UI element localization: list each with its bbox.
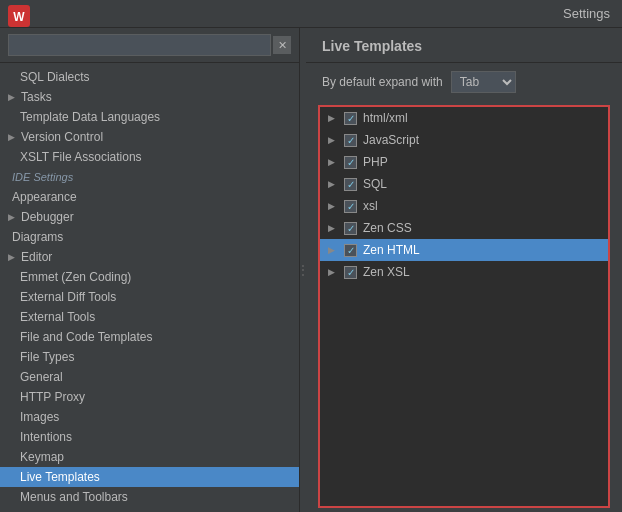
expand-arrow-icon: ▶	[328, 245, 338, 255]
template-checkbox-zen-xsl[interactable]	[344, 266, 357, 279]
template-label: xsl	[363, 199, 378, 213]
template-item-zen-xsl[interactable]: ▶ Zen XSL	[320, 261, 608, 283]
template-label: PHP	[363, 155, 388, 169]
window-title: Settings	[563, 6, 610, 21]
ide-settings-label: IDE Settings	[0, 167, 299, 187]
title-bar: W Settings	[0, 0, 622, 28]
sidebar-item-keymap[interactable]: Keymap	[0, 447, 299, 467]
sidebar-list: SQL Dialects ▶ Tasks Template Data Langu…	[0, 63, 299, 512]
sidebar-item-file-code-templates[interactable]: File and Code Templates	[0, 327, 299, 347]
sidebar-item-http-proxy[interactable]: HTTP Proxy	[0, 387, 299, 407]
template-list-wrapper: ▶ html/xml ▶ JavaScript ▶ PHP ▶	[318, 105, 610, 508]
expand-arrow-icon: ▶	[328, 223, 338, 233]
sidebar-item-label: Emmet (Zen Coding)	[20, 270, 131, 284]
template-label: JavaScript	[363, 133, 419, 147]
expand-label: By default expand with	[322, 75, 443, 89]
arrow-icon: ▶	[8, 132, 15, 142]
sidebar-item-live-templates[interactable]: Live Templates	[0, 467, 299, 487]
sidebar-item-external-diff[interactable]: External Diff Tools	[0, 287, 299, 307]
sidebar-item-label: Intentions	[20, 430, 72, 444]
sidebar-item-appearance[interactable]: Appearance	[0, 187, 299, 207]
expand-arrow-icon: ▶	[328, 157, 338, 167]
sidebar-item-label: File and Code Templates	[20, 330, 153, 344]
sidebar-item-label: Menus and Toolbars	[20, 490, 128, 504]
expand-arrow-icon: ▶	[328, 267, 338, 277]
sidebar-item-label: Debugger	[21, 210, 74, 224]
sidebar-item-file-types[interactable]: File Types	[0, 347, 299, 367]
sidebar: ✕ SQL Dialects ▶ Tasks Template Data Lan…	[0, 28, 300, 512]
sidebar-item-label: SQL Dialects	[20, 70, 90, 84]
sidebar-item-xslt[interactable]: XSLT File Associations	[0, 147, 299, 167]
template-item-php[interactable]: ▶ PHP	[320, 151, 608, 173]
main-layout: ✕ SQL Dialects ▶ Tasks Template Data Lan…	[0, 28, 622, 512]
template-item-zen-html[interactable]: ▶ Zen HTML	[320, 239, 608, 261]
expand-arrow-icon: ▶	[328, 201, 338, 211]
template-checkbox-javascript[interactable]	[344, 134, 357, 147]
sidebar-item-general[interactable]: General	[0, 367, 299, 387]
sidebar-item-editor[interactable]: ▶ Editor	[0, 247, 299, 267]
sidebar-search-clear-button[interactable]: ✕	[273, 36, 291, 54]
expand-arrow-icon: ▶	[328, 135, 338, 145]
sidebar-item-label: Diagrams	[12, 230, 63, 244]
template-label: Zen XSL	[363, 265, 410, 279]
sidebar-item-template-data-languages[interactable]: Template Data Languages	[0, 107, 299, 127]
sidebar-item-label: Editor	[21, 250, 52, 264]
expand-arrow-icon: ▶	[328, 179, 338, 189]
sidebar-item-label: Images	[20, 410, 59, 424]
sidebar-item-label: Tasks	[21, 90, 52, 104]
sidebar-item-label: XSLT File Associations	[20, 150, 142, 164]
sidebar-item-menus-toolbars[interactable]: Menus and Toolbars	[0, 487, 299, 507]
template-checkbox-php[interactable]	[344, 156, 357, 169]
sidebar-item-external-tools[interactable]: External Tools	[0, 307, 299, 327]
template-checkbox-zen-html[interactable]	[344, 244, 357, 257]
sidebar-item-intentions[interactable]: Intentions	[0, 427, 299, 447]
template-item-html-xml[interactable]: ▶ html/xml	[320, 107, 608, 129]
template-label: html/xml	[363, 111, 408, 125]
sidebar-item-emmet[interactable]: Emmet (Zen Coding)	[0, 267, 299, 287]
template-item-zen-css[interactable]: ▶ Zen CSS	[320, 217, 608, 239]
sidebar-item-diagrams[interactable]: Diagrams	[0, 227, 299, 247]
template-checkbox-zen-css[interactable]	[344, 222, 357, 235]
template-list: ▶ html/xml ▶ JavaScript ▶ PHP ▶	[320, 107, 608, 506]
content-header: Live Templates	[306, 28, 622, 63]
app-logo-icon: W	[8, 5, 30, 27]
sidebar-item-notifications[interactable]: Notifications	[0, 507, 299, 512]
expand-select[interactable]: Tab Enter Space	[451, 71, 516, 93]
template-label: Zen HTML	[363, 243, 420, 257]
template-checkbox-xsl[interactable]	[344, 200, 357, 213]
arrow-icon: ▶	[8, 212, 15, 222]
sidebar-item-label: Appearance	[12, 190, 77, 204]
sidebar-item-version-control[interactable]: ▶ Version Control	[0, 127, 299, 147]
template-label: Zen CSS	[363, 221, 412, 235]
template-checkbox-sql[interactable]	[344, 178, 357, 191]
sidebar-item-label: File Types	[20, 350, 74, 364]
sidebar-item-debugger[interactable]: ▶ Debugger	[0, 207, 299, 227]
template-item-sql[interactable]: ▶ SQL	[320, 173, 608, 195]
sidebar-item-label: Template Data Languages	[20, 110, 160, 124]
sidebar-item-label: General	[20, 370, 63, 384]
sidebar-item-label: HTTP Proxy	[20, 390, 85, 404]
template-item-xsl[interactable]: ▶ xsl	[320, 195, 608, 217]
sidebar-item-tasks[interactable]: ▶ Tasks	[0, 87, 299, 107]
sidebar-search-input[interactable]	[8, 34, 271, 56]
template-label: SQL	[363, 177, 387, 191]
expand-arrow-icon: ▶	[328, 113, 338, 123]
template-item-javascript[interactable]: ▶ JavaScript	[320, 129, 608, 151]
sidebar-item-label: Version Control	[21, 130, 103, 144]
content-panel: Live Templates By default expand with Ta…	[306, 28, 622, 512]
template-checkbox-html-xml[interactable]	[344, 112, 357, 125]
svg-text:W: W	[13, 10, 25, 24]
expand-bar: By default expand with Tab Enter Space	[306, 63, 622, 101]
arrow-icon: ▶	[8, 252, 15, 262]
sidebar-item-sql-dialects[interactable]: SQL Dialects	[0, 67, 299, 87]
sidebar-item-label: Keymap	[20, 450, 64, 464]
sidebar-item-images[interactable]: Images	[0, 407, 299, 427]
sidebar-item-label: Live Templates	[20, 470, 100, 484]
sidebar-item-label: External Tools	[20, 310, 95, 324]
sidebar-item-label: External Diff Tools	[20, 290, 116, 304]
arrow-icon: ▶	[8, 92, 15, 102]
sidebar-search-bar: ✕	[0, 28, 299, 63]
